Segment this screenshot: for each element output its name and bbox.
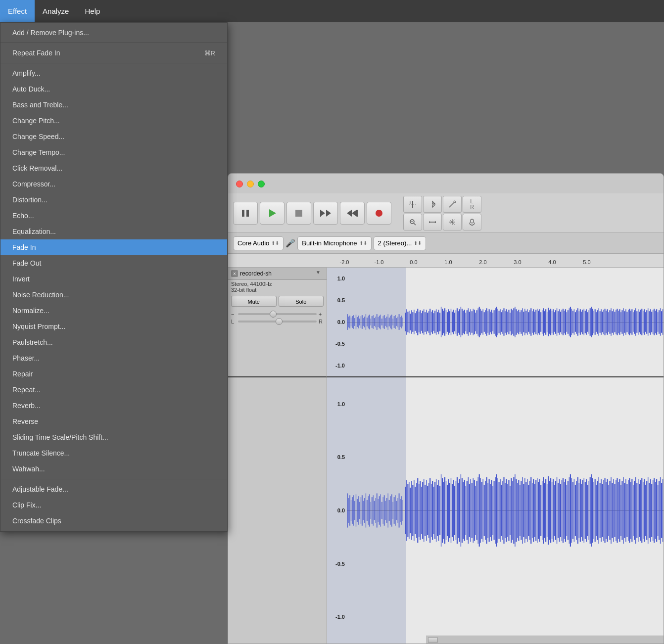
menu-item-sliding-time-scale[interactable]: Sliding Time Scale/Pitch Shift...	[0, 429, 227, 445]
track-area: × recorded-sh ▼ Stereo, 44100Hz 32-bit f…	[228, 268, 664, 644]
menu-item-invert[interactable]: Invert	[0, 271, 227, 287]
menu-item-nyquist-prompt[interactable]: Nyquist Prompt...	[0, 319, 227, 334]
svg-rect-402	[491, 480, 492, 541]
menu-item-bass-treble[interactable]: Bass and Treble...	[0, 97, 227, 113]
svg-rect-102	[437, 312, 438, 332]
menu-help[interactable]: Help	[77, 0, 108, 22]
svg-rect-501	[613, 479, 614, 542]
track-dropdown-icon[interactable]: ▼	[316, 270, 324, 277]
select-tool[interactable]: I	[403, 196, 422, 213]
scrollbar-thumb[interactable]	[428, 637, 438, 643]
svg-rect-421	[515, 474, 515, 547]
fastforward-button[interactable]	[340, 202, 365, 225]
menu-item-phaser[interactable]: Phaser...	[0, 350, 227, 366]
svg-rect-244	[612, 311, 613, 333]
svg-rect-367	[448, 479, 449, 542]
menu-item-change-tempo[interactable]: Change Tempo...	[0, 144, 227, 160]
menu-analyze[interactable]: Analyze	[35, 0, 77, 22]
svg-rect-437	[534, 484, 535, 537]
stop-button[interactable]	[286, 202, 311, 225]
audio-channels-select[interactable]: 2 (Stereo)... ⬆⬇	[374, 236, 427, 250]
menu-item-truncate-silence[interactable]: Truncate Silence...	[0, 445, 227, 461]
draw-tool[interactable]	[443, 196, 462, 213]
horizontal-scrollbar[interactable]	[426, 636, 664, 644]
menu-item-change-speed[interactable]: Change Speed...	[0, 129, 227, 144]
mute-button[interactable]: Mute	[231, 296, 277, 307]
menu-item-normalize[interactable]: Normalize...	[0, 303, 227, 319]
svg-rect-164	[513, 308, 514, 335]
svg-rect-209	[569, 308, 569, 335]
svg-rect-48	[369, 315, 370, 329]
svg-rect-353	[431, 484, 431, 537]
volume-slider[interactable]	[238, 313, 317, 315]
svg-rect-426	[521, 481, 522, 540]
menu-item-fade-out[interactable]: Fade Out	[0, 255, 227, 271]
svg-rect-318	[386, 498, 387, 523]
menu-item-adjustable-fade[interactable]: Adjustable Fade...	[0, 481, 227, 497]
menu-item-reverb[interactable]: Reverb...	[0, 398, 227, 414]
menu-item-paulstretch[interactable]: Paulstretch...	[0, 334, 227, 350]
menu-item-equalization[interactable]: Equalization...	[0, 224, 227, 239]
svg-rect-92	[425, 312, 426, 332]
waveform-bottom-channel[interactable]: 1.0 0.5 0.0 -0.5 -1.0	[327, 377, 664, 644]
zoom-tool[interactable]	[403, 214, 422, 230]
menu-item-repeat[interactable]: Repeat...	[0, 382, 227, 398]
svg-rect-193	[549, 310, 550, 334]
solo-button[interactable]: Solo	[279, 296, 324, 307]
menu-item-auto-duck[interactable]: Auto Duck...	[0, 81, 227, 97]
menu-item-compressor[interactable]: Compressor...	[0, 176, 227, 192]
svg-rect-84	[415, 313, 416, 331]
svg-rect-257	[628, 310, 628, 334]
waveform-top-channel[interactable]: 1.0 0.5 0.0 -0.5 -1.0	[327, 268, 664, 377]
play-button[interactable]	[260, 202, 285, 225]
svg-rect-211	[571, 309, 572, 335]
svg-rect-511	[625, 479, 626, 542]
menu-item-fade-in[interactable]: Fade In	[0, 239, 227, 255]
record-button[interactable]	[367, 202, 391, 225]
menu-effect[interactable]: Effect	[0, 0, 35, 22]
pan-slider[interactable]	[238, 321, 317, 322]
menu-item-crossfade-clips[interactable]: Crossfade Clips	[0, 513, 227, 529]
svg-rect-455	[557, 477, 557, 544]
svg-rect-399	[487, 483, 488, 538]
svg-rect-497	[608, 485, 609, 536]
mic-tool[interactable]	[463, 214, 481, 230]
menu-item-reverse[interactable]: Reverse	[0, 414, 227, 429]
svg-rect-47	[368, 316, 369, 328]
multi-tool[interactable]	[443, 214, 462, 230]
close-button[interactable]	[236, 181, 243, 187]
menu-item-echo[interactable]: Echo...	[0, 208, 227, 224]
svg-rect-206	[565, 309, 566, 335]
track-close-button[interactable]: ×	[231, 270, 238, 277]
svg-rect-415	[507, 484, 508, 537]
menu-item-clip-fix[interactable]: Clip Fix...	[0, 497, 227, 513]
pause-button[interactable]	[233, 202, 258, 225]
audio-input-select[interactable]: Built-in Microphone ⬆⬇	[297, 236, 371, 250]
svg-rect-519	[635, 477, 636, 544]
menu-item-distortion[interactable]: Distortion...	[0, 192, 227, 208]
maximize-button[interactable]	[258, 181, 265, 187]
svg-rect-236	[602, 312, 603, 332]
audio-driver-select[interactable]: Core Audio ⬆⬇	[233, 236, 284, 250]
svg-rect-338	[412, 485, 413, 536]
envelope-tool[interactable]	[423, 196, 442, 213]
menu-item-amplify[interactable]: Amplify...	[0, 65, 227, 81]
menu-item-add-remove-plugins[interactable]: Add / Remove Plug-ins...	[0, 25, 227, 41]
svg-rect-219	[581, 312, 582, 332]
svg-rect-489	[598, 477, 599, 544]
menu-item-repeat-fade-in[interactable]: Repeat Fade In ⌘R	[0, 45, 227, 61]
svg-rect-254	[624, 311, 625, 333]
minimize-button[interactable]	[247, 181, 254, 187]
menu-item-repair[interactable]: Repair	[0, 366, 227, 382]
svg-rect-231	[596, 312, 596, 332]
svg-rect-295	[358, 496, 359, 525]
menu-item-change-pitch[interactable]: Change Pitch...	[0, 113, 227, 129]
rewind-button[interactable]	[313, 202, 338, 225]
menu-bar: Effect Analyze Help	[0, 0, 664, 22]
menu-item-wahwah[interactable]: Wahwah...	[0, 461, 227, 477]
ruler-marks: -2.0 -1.0 0.0 1.0 2.0 3.0 4.0 5.0	[327, 254, 604, 267]
svg-rect-303	[368, 496, 369, 525]
menu-item-click-removal[interactable]: Click Removal...	[0, 160, 227, 176]
timeshift-tool[interactable]	[423, 214, 442, 230]
menu-item-noise-reduction[interactable]: Noise Reduction...	[0, 287, 227, 303]
